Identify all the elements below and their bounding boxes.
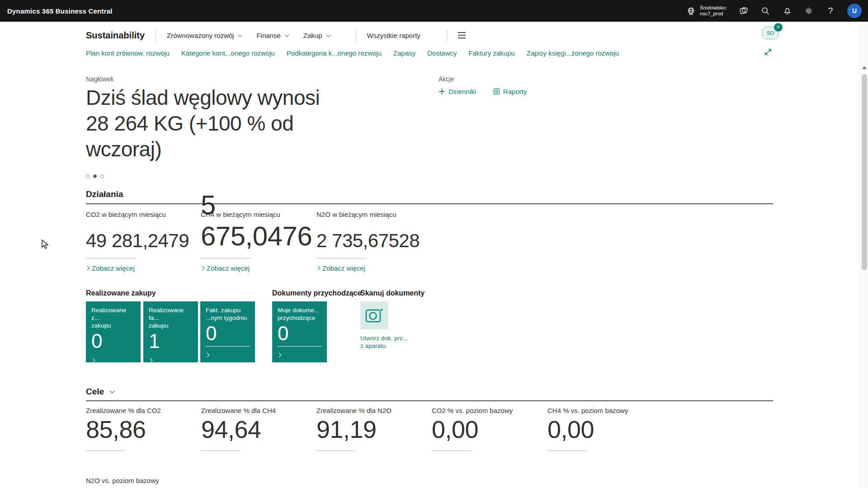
chevron-right-icon [316,266,321,271]
link-dostawcy[interactable]: Dostawcy [427,49,457,57]
carousel-dot-active[interactable] [93,174,97,178]
chevron-right-icon [85,266,90,271]
vertical-scrollbar[interactable] [860,22,868,488]
cue-tile-realizowane-zamowienia[interactable]: Realizowane z... zakupu 0 [86,301,141,362]
goal-label: CO2 % vs. poziom bazowy [432,407,545,414]
cue-value: 0 [278,323,322,344]
menu-label: Zrównoważony rozwój [167,32,234,39]
cue-tile-faktury-zakupu-tydzien[interactable]: Fakt. zakupu ...nym tygodniu 0 [200,301,255,362]
purchases-group-title: Realizowane zakupy [86,289,156,297]
link-plan-kont[interactable]: Plan kont zrównow. rozwoju [86,49,170,57]
activities-section-title: Działania [86,189,123,199]
menu-label: Wszystkie raporty [367,32,420,39]
see-more-link[interactable]: Zobacz więcej [316,264,429,272]
app-title[interactable]: Dynamics 365 Business Central [7,7,113,15]
link-faktury-zakupu[interactable]: Faktury zakupu [468,49,515,57]
business-central-window: Dynamics 365 Business Central Środowisko… [0,0,868,488]
link-zapasy[interactable]: Zapasy [393,49,415,57]
menu-zrownowazony-rozwoj[interactable]: Zrównoważony rozwój [167,32,241,39]
action-label: Raporty [503,88,527,95]
cue-value: 0 [206,323,250,344]
notifications-bell-icon[interactable] [782,6,792,16]
cue-tile-realizowane-faktury[interactable]: Realizowane fa... zakupu 1 [143,301,198,362]
goal-value[interactable]: 0,00 [432,415,478,443]
menu-wszystkie-raporty[interactable]: Wszystkie raporty [367,32,420,39]
kpi-value[interactable]: 2 735,67528 [316,230,420,252]
goal-co2-pct: Zrealizowane % dla CO2 85,86 [86,407,199,451]
create-doc-from-camera-link[interactable]: Utwórz dok. prz... z aparatu [360,334,408,350]
expand-diagonal-icon[interactable] [763,47,773,57]
kpi-co2-month: CO2 w bieżącym miesiącu 49 281,2479 Zoba… [86,211,199,272]
goal-underline [86,450,125,451]
scan-docs-group-title: Skanuj dokumenty [360,289,425,297]
user-avatar[interactable]: U [847,4,862,18]
more-options-hamburger-icon[interactable] [458,32,466,38]
kpi-label: N2O w bieżącym miesiącu [316,211,429,218]
kpi-n2o-month: N2O w bieżącym miesiącu 2 735,67528 Zoba… [316,211,429,272]
section-rule [86,400,773,401]
divider [447,29,447,41]
chevron-down-icon [326,33,330,37]
goal-value[interactable]: 0,00 [547,415,594,443]
settings-gear-icon[interactable] [804,6,814,16]
chevron-down-icon [238,33,242,37]
headline-section-label: Nagłówek [86,75,113,83]
chevron-down-icon [285,33,289,37]
menu-finanse[interactable]: Finanse [256,32,288,39]
chevron-down-icon [110,388,115,393]
scan-camera-button[interactable] [360,301,388,329]
search-icon[interactable] [760,6,770,16]
headline-carousel [86,174,104,178]
goal-underline [201,450,240,451]
reports-action[interactable]: Raporty [493,88,527,95]
goal-label: Zrealizowane % dla CH4 [201,407,314,414]
kpi-underline [201,258,250,258]
environment-picker[interactable]: Środowisko: nsc7_prod [686,5,727,17]
goal-ch4-baseline: CH4 % vs. poziom bazowy 0,00 [547,407,660,451]
top-bar: Dynamics 365 Business Central Środowisko… [0,0,868,22]
menu-label: Zakup [303,32,322,39]
goal-underline [432,450,471,451]
role-center-page: Sustainability Zrównoważony rozwój Finan… [0,22,860,488]
link-kategorie-kont[interactable]: Kategorie kont...onego rozwoju [181,49,275,57]
goal-value[interactable]: 85,86 [86,415,146,443]
environment-label: Środowisko: nsc7_prod [700,5,727,17]
goal-n2o-pct: Zrealizowane % dla N2O 91,19 [316,407,429,451]
goals-section-title[interactable]: Cele [86,387,113,397]
carousel-dot[interactable] [86,174,90,178]
chevron-right-icon [205,353,210,357]
kpi-value[interactable]: 49 281,2479 [86,230,189,252]
see-more-link[interactable]: Zobacz więcej [86,264,199,272]
kpi-underline [86,258,136,258]
kpi-value[interactable]: 5 675,0476 [201,189,314,252]
chevron-right-icon [91,358,95,363]
goal-value[interactable]: 91,19 [316,415,377,443]
goal-ch4-pct: Zrealizowane % dla CH4 94,64 [201,407,314,451]
goal-n2o-baseline-label: N2O vs. poziom bazowy [86,477,159,484]
carousel-dot[interactable] [100,174,104,178]
scrollbar-thumb[interactable] [862,74,867,270]
tile-rule [206,346,250,347]
chevron-right-icon [277,353,282,357]
report-icon [493,88,500,95]
goal-co2-baseline: CO2 % vs. poziom bazowy 0,00 [432,407,545,451]
goal-value[interactable]: 94,64 [201,415,261,443]
scroll-up-arrow-icon[interactable] [862,66,867,69]
link-podkategoria[interactable]: Podkategoria k...onego rozwoju [287,49,382,57]
app-notification-badge[interactable]: SO + [762,27,778,39]
journals-action[interactable]: Dzienniki [439,88,476,95]
page-title[interactable]: Sustainability [86,30,145,41]
menu-zakup[interactable]: Zakup [303,32,330,39]
section-rule [86,203,773,204]
kpi-label: CO2 w bieżącym miesiącu [86,211,199,218]
apps-icon[interactable] [739,6,749,16]
cue-tile-moje-dokumenty[interactable]: Moje dokume... przychodzące 0 [272,301,327,362]
help-icon[interactable]: ? [826,6,835,16]
see-more-link[interactable]: Zobacz więcej [201,264,314,272]
cue-value: 1 [149,330,193,352]
link-zapisy-ksiegi[interactable]: Zapisy księgi...żonego rozwoju [527,49,619,57]
environment-globe-icon [686,6,696,16]
divider [356,29,356,41]
menu-label: Finanse [256,32,280,39]
camera-icon [365,308,383,323]
